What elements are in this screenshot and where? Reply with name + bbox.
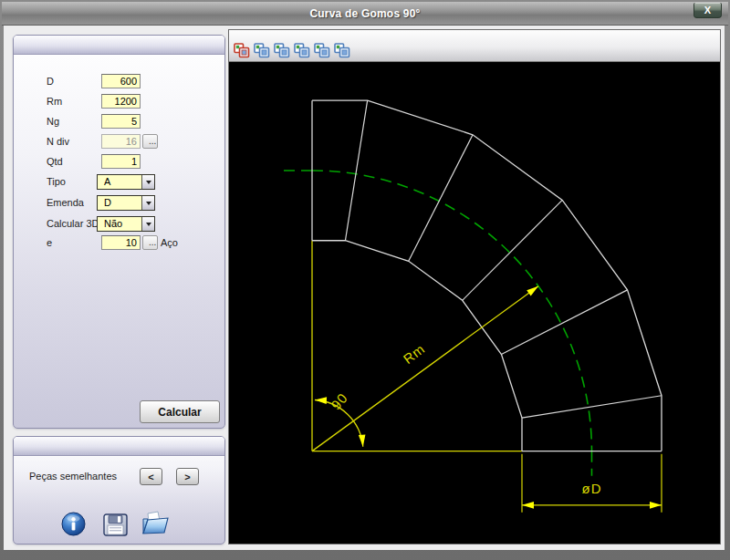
gore-miter-line [522,396,662,418]
combo-tipo[interactable]: A [97,174,155,190]
field-label-calcular3d: Calcular 3D [47,218,99,229]
input-qtd[interactable] [101,154,141,169]
view-5-icon[interactable] [314,43,330,58]
view-4-icon[interactable] [294,43,310,58]
parameters-panel-header [14,36,224,55]
close-button[interactable]: X [694,3,722,18]
chevron-down-icon[interactable] [141,217,154,231]
drawing-container: Rm90øD [228,29,721,544]
input-ng[interactable] [101,114,141,129]
view-6-icon[interactable] [334,43,350,58]
calculate-button[interactable]: Calcular [140,400,220,423]
app-window: Curva de Gomos 90° X DRmNgN div...QtdTip… [0,0,730,560]
gore-miter-line [409,135,473,262]
close-icon: X [704,5,711,16]
combo-calcular3d[interactable]: Não [97,216,155,232]
window-title: Curva de Gomos 90° [309,7,420,20]
view-3-icon[interactable] [274,43,290,58]
dimension-arrow [522,502,534,509]
dimension-label: Rm [400,340,427,367]
radius-dimension-line [312,286,538,451]
view-toolbar [229,30,720,62]
view-1-icon[interactable] [234,43,250,58]
elbow-drawing: Rm90øD [229,62,720,544]
browse-button-ndiv[interactable]: ... [142,134,158,149]
previous-part-button[interactable]: < [140,468,162,485]
field-label-emenda: Emenda [47,197,84,208]
dimension-label: øD [582,481,602,496]
combo-value-tipo: A [98,175,141,189]
open-folder-icon[interactable] [140,510,171,537]
similar-parts-panel: Peças semelhantes < > [13,436,225,544]
dimension-label: 90 [328,389,350,412]
dimension-arrow [315,397,327,404]
field-label-ndiv: N div [47,136,69,147]
similar-parts-panel-header [14,437,224,456]
view-2-icon[interactable] [254,43,270,58]
drawing-canvas[interactable]: Rm90øD [229,62,720,544]
chevron-down-icon[interactable] [141,196,154,210]
input-rm[interactable] [101,94,141,109]
parameters-panel: DRmNgN div...QtdTipoAEmendaDCalcular 3DN… [13,35,225,429]
input-ndiv [101,134,141,149]
browse-button-e[interactable]: ... [142,235,158,250]
field-label-tipo: Tipo [47,176,66,187]
next-part-button[interactable]: > [176,468,199,485]
gore-miter-line [463,200,563,300]
title-bar: Curva de Gomos 90° X [2,2,728,26]
dimension-arrow [359,434,366,446]
field-label-e: e [47,237,52,248]
info-icon[interactable] [61,512,86,536]
similar-parts-label: Peças semelhantes [29,471,117,482]
field-label-ng: Ng [47,116,59,127]
chevron-down-icon[interactable] [141,175,154,189]
combo-emenda[interactable]: D [97,195,155,211]
combo-value-calcular3d: Não [98,217,141,231]
field-label-d: D [47,76,54,87]
field-label-rm: Rm [47,96,62,107]
save-icon[interactable] [103,513,128,536]
field-label-qtd: Qtd [47,156,63,167]
input-e[interactable] [101,235,141,250]
dimension-arrow [650,502,662,509]
gore-miter-line [345,100,367,241]
combo-value-emenda: D [98,196,141,210]
dimension-arrow [527,286,538,296]
client-area: DRmNgN div...QtdTipoAEmendaDCalcular 3DN… [4,26,725,550]
field-suffix-e: Aço [161,237,178,248]
input-d[interactable] [101,74,141,88]
